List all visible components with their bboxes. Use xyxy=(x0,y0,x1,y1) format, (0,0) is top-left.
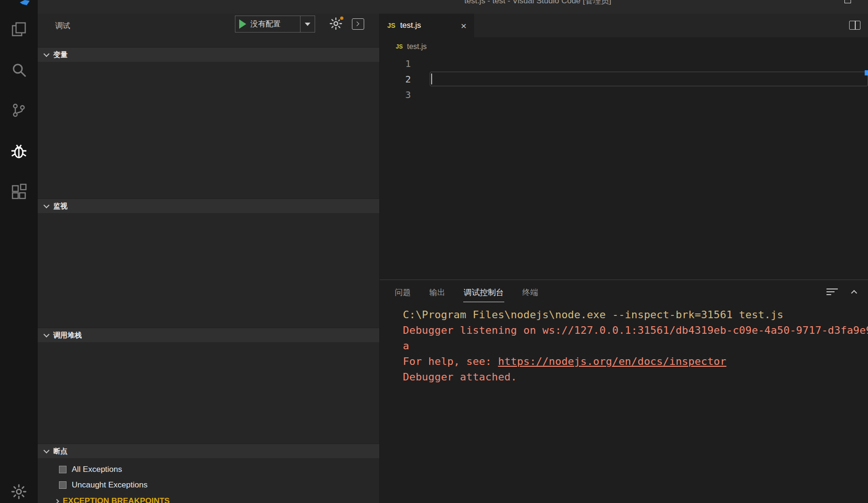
section-header-variables[interactable]: 变量 xyxy=(38,47,379,62)
line-number: 2 xyxy=(380,74,411,85)
editor-area: JS test.js × JS test.js 123 问题输出调试控制台终端 … xyxy=(379,14,868,503)
line-number: 3 xyxy=(380,89,411,100)
breakpoint-checkbox[interactable] xyxy=(59,481,67,489)
console-link[interactable]: https://nodejs.org/en/docs/inspector xyxy=(498,355,726,367)
console-output: C:\Program Files\nodejs\node.exe --inspe… xyxy=(403,307,868,503)
section-title: 调用堆栈 xyxy=(53,331,82,340)
clipped-text: EXCEPTION BREAKPOINTS xyxy=(63,496,170,503)
section-header-watch[interactable]: 监视 xyxy=(38,198,379,213)
breakpoint-row[interactable]: All Exceptions xyxy=(38,462,379,477)
configure-launch-button[interactable] xyxy=(329,17,343,31)
activity-explorer[interactable] xyxy=(0,9,38,49)
chevron-down-icon xyxy=(43,447,50,454)
caret-down-icon xyxy=(305,23,310,26)
variables-body xyxy=(38,62,379,198)
bottom-panel: 问题输出调试控制台终端 C:\Program Files\nodejs\node… xyxy=(380,280,868,503)
js-file-icon: JS xyxy=(396,43,403,50)
panel-actions xyxy=(826,288,860,296)
code-line[interactable]: 1 xyxy=(380,56,868,71)
explorer-icon xyxy=(10,21,27,38)
search-icon xyxy=(10,61,27,78)
text-cursor xyxy=(431,74,432,84)
chevron-down-icon xyxy=(43,331,50,338)
split-editor-icon[interactable] xyxy=(849,21,860,30)
console-line: Debugger listening on ws://127.0.0.1:315… xyxy=(403,322,868,338)
tab-bar: JS test.js × xyxy=(380,14,868,37)
collapse-panel-icon[interactable] xyxy=(852,289,860,295)
dropdown-caret[interactable] xyxy=(300,16,315,32)
panel-tab[interactable]: 调试控制台 xyxy=(463,280,504,302)
line-number: 1 xyxy=(380,58,411,69)
clipped-exception-breakpoints: EXCEPTION BREAKPOINTS xyxy=(55,496,170,503)
activity-extensions[interactable] xyxy=(0,171,38,212)
start-debug-icon[interactable] xyxy=(239,19,246,29)
console-line: a xyxy=(403,338,868,354)
breakpoint-label: Uncaught Exceptions xyxy=(72,480,148,490)
activity-settings[interactable] xyxy=(11,484,27,500)
panel-tab[interactable]: 问题 xyxy=(394,280,411,302)
breakpoint-row[interactable]: Uncaught Exceptions xyxy=(38,477,379,493)
chevron-down-icon xyxy=(43,51,50,57)
debug-config-dropdown[interactable]: 没有配置 xyxy=(235,16,315,33)
console-chevron-icon xyxy=(355,22,359,26)
section-title: 变量 xyxy=(53,50,67,59)
panel-tab[interactable]: 输出 xyxy=(429,280,446,302)
debug-bug-icon xyxy=(9,141,28,160)
settings-gear-icon xyxy=(11,484,27,500)
console-line: For help, see: https://nodejs.org/en/doc… xyxy=(403,354,868,369)
panel-tabs: 问题输出调试控制台终端 xyxy=(394,280,539,305)
code-line[interactable]: 3 xyxy=(380,87,868,102)
console-line: C:\Program Files\nodejs\node.exe --inspe… xyxy=(403,307,868,322)
restore-window-icon[interactable] xyxy=(844,0,851,3)
section-title: 监视 xyxy=(53,202,67,211)
section-title: 断点 xyxy=(53,447,67,456)
chevron-right-icon xyxy=(55,499,59,503)
breakpoint-label: All Exceptions xyxy=(72,465,122,474)
activity-bar xyxy=(0,0,38,503)
close-tab-icon[interactable]: × xyxy=(461,21,467,31)
watch-body xyxy=(38,213,379,328)
source-control-icon xyxy=(10,102,27,119)
debug-sidebar: 调试 没有配置 变量 xyxy=(38,14,379,503)
activity-debug[interactable] xyxy=(0,131,38,171)
overview-ruler-cursor xyxy=(865,70,868,75)
output-filter-icon[interactable] xyxy=(826,288,838,296)
breadcrumb-item[interactable]: test.js xyxy=(407,42,427,51)
current-line-highlight xyxy=(430,72,868,86)
open-debug-console-button[interactable] xyxy=(352,18,364,30)
chevron-up-icon xyxy=(851,290,857,296)
gear-badge xyxy=(339,16,344,21)
sidebar-title: 调试 xyxy=(55,21,70,31)
breadcrumb[interactable]: JS test.js xyxy=(380,37,868,56)
console-line: Debugger attached. xyxy=(403,369,868,385)
editor-code[interactable]: 123 xyxy=(380,56,868,117)
activity-search[interactable] xyxy=(0,49,38,90)
section-header-call-stack[interactable]: 调用堆栈 xyxy=(38,328,379,342)
breakpoint-checkbox[interactable] xyxy=(59,466,67,473)
chevron-down-icon xyxy=(43,202,50,208)
js-file-icon: JS xyxy=(387,22,395,29)
debug-config-label: 没有配置 xyxy=(250,19,281,29)
extensions-icon xyxy=(10,183,27,200)
vscode-window: test.js - test - Visual Studio Code [管理员… xyxy=(0,0,868,503)
tab-testjs[interactable]: JS test.js × xyxy=(380,14,474,37)
section-header-breakpoints[interactable]: 断点 xyxy=(38,444,379,458)
activity-source-control[interactable] xyxy=(0,90,38,131)
code-line[interactable]: 2 xyxy=(380,71,868,87)
tab-label: test.js xyxy=(400,21,421,30)
debug-sidebar-header: 调试 没有配置 xyxy=(38,14,379,47)
window-title: test.js - test - Visual Studio Code [管理员… xyxy=(302,0,774,7)
title-bar: test.js - test - Visual Studio Code [管理员… xyxy=(38,0,868,14)
call-stack-body xyxy=(38,342,379,444)
panel-tab[interactable]: 终端 xyxy=(522,280,539,302)
